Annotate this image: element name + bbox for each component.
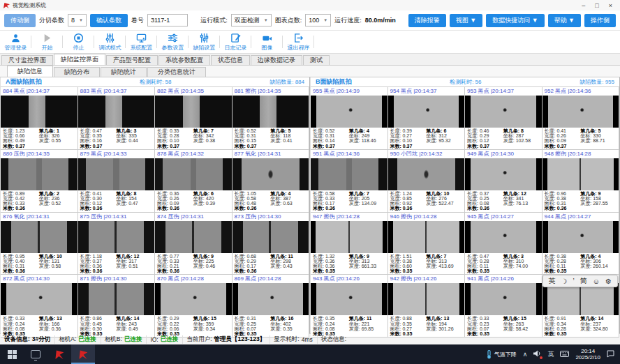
tab-product-model-config[interactable]: 产品型号配置 [106, 55, 158, 65]
defect-cell[interactable]: 879 黑点 |20:14:33长度: 0.41宽度: 0.30面积: 0.12… [78, 150, 156, 213]
defect-cell[interactable]: 941 黑点 |20:14:26长度: 0.33宽度: 0.23面积: 0.07… [465, 275, 542, 338]
close-button[interactable]: × [609, 2, 612, 9]
defect-cell[interactable]: 880 压伤 |20:14:35长度: 0.89宽度: 0.42面积: 0.33… [1, 150, 78, 213]
tab-system-param-config[interactable]: 系统参数配置 [158, 55, 210, 65]
defect-cell[interactable]: 944 黑点 |20:14:27长度: 0.38宽度: 0.28面积: 0.11… [542, 213, 620, 275]
defect-cell[interactable]: 946 擦伤 |20:14:28长度: 1.51宽度: 0.38面积: 0.60… [388, 213, 466, 275]
view-menu-button[interactable]: 视图 ▼ [450, 14, 482, 27]
defect-cell[interactable]: 876 氧化 |20:14:31长度: 0.95宽度: 0.40面积: 0.31… [1, 213, 78, 275]
notification-center-icon[interactable] [607, 350, 614, 359]
defect-image [232, 283, 309, 315]
defect-image [311, 96, 388, 128]
tab-edge-data-record[interactable]: 边缘数据记录 [251, 55, 302, 65]
data-quick-access-menu-button[interactable]: 数据快捷访问 ▼ [486, 14, 544, 27]
system-config-button[interactable]: 系统配置 [126, 31, 157, 53]
defect-cell[interactable]: 871 擦伤 |20:14:30长度: 0.86宽度: 0.45面积: 0.30… [78, 275, 156, 338]
subtab-defect-distribution[interactable]: 缺陷分布 [54, 67, 100, 77]
ime-settings-icon[interactable]: ⚙ [605, 278, 612, 285]
defect-image [388, 158, 465, 190]
defect-cell[interactable]: 951 黑点 |20:14:36长度: 0.58宽度: 0.33面积: 0.17… [311, 150, 388, 213]
defect-cell-title: 878 黑点 |20:14:32 [155, 150, 232, 158]
stop-button[interactable]: 停止 [63, 31, 94, 53]
tab-test[interactable]: 测试 [303, 55, 330, 65]
defect-image [232, 221, 309, 253]
log-record-button[interactable]: 日志记录 [220, 31, 251, 53]
subtab-class-info-statistics[interactable]: 分类信息统计 [147, 67, 206, 77]
ime-simplified-chinese[interactable]: 简 [580, 276, 587, 286]
defect-cell[interactable]: 873 压伤 |20:14:30长度: 0.68宽度: 0.29面积: 0.17… [232, 213, 310, 275]
defect-info: 长度: 0.37宽度: 0.25面积: 0.08米数: 0.36第几条: 12坐… [465, 190, 542, 212]
taskbar-clock[interactable]: 20:142025/2/10 [575, 348, 600, 361]
ime-language-indicator[interactable]: 英 [547, 350, 554, 359]
ime-apostrophe[interactable]: ’ [573, 278, 575, 285]
defect-cell[interactable]: 943 黑点 |20:14:26长度: 0.35宽度: 0.24面积: 0.08… [311, 275, 388, 338]
defect-cell[interactable]: 872 黑点 |20:14:30长度: 0.33宽度: 0.24面积: 0.08… [1, 275, 78, 338]
defect-cell[interactable]: 950 小凹坑 |20:14:32长度: 1.24宽度: 0.85面积: 0.9… [388, 150, 466, 213]
defect-image [542, 283, 619, 315]
defect-image [155, 96, 232, 128]
defect-cell[interactable]: 878 黑点 |20:14:32长度: 0.36宽度: 0.26面积: 0.09… [155, 150, 232, 213]
tab-size-monitor[interactable]: 尺寸监控界面 [1, 55, 53, 65]
minimize-button[interactable]: – [582, 2, 585, 9]
defect-cell[interactable]: 955 黑点 |20:14:39长度: 0.52宽度: 0.31面积: 0.14… [311, 87, 388, 150]
defect-cell[interactable]: 882 黑点 |20:14:35长度: 0.35宽度: 0.28面积: 0.10… [155, 87, 232, 150]
operator-side-button[interactable]: 操作侧 [584, 14, 616, 27]
chart-points-select[interactable]: 100 ▼ [305, 14, 331, 26]
tray-expand-chevron-icon[interactable]: ∧ [523, 351, 528, 358]
help-menu-button[interactable]: 帮助 ▼ [548, 14, 581, 27]
clear-alarm-button[interactable]: 清除报警 [408, 14, 446, 27]
defect-cell[interactable]: 874 压伤 |20:14:31长度: 0.77宽度: 0.33面积: 0.21… [155, 213, 232, 275]
defect-cell[interactable]: 942 擦伤 |20:14:26长度: 0.88宽度: 0.35面积: 0.27… [388, 275, 466, 338]
defect-cell-title: 870 黑点 |20:14:28 [155, 275, 232, 283]
taskbar-app-explorer[interactable] [24, 344, 47, 364]
defect-cell[interactable]: 952 黑点 |20:14:36长度: 0.41宽度: 0.26面积: 0.09… [542, 87, 620, 150]
tab-defect-monitor[interactable]: 缺陷监控界面 [54, 54, 105, 65]
defect-cell[interactable]: 870 黑点 |20:14:28长度: 0.29宽度: 0.22面积: 0.06… [155, 275, 232, 338]
drive-side-button[interactable]: 传动侧 [4, 14, 36, 27]
start-button[interactable] [0, 344, 24, 364]
subtab-defect-info[interactable]: 缺陷信息 [7, 66, 53, 77]
ime-moon-icon[interactable]: ☽ [561, 278, 568, 285]
defect-cell[interactable]: 954 黑点 |20:14:37长度: 0.39宽度: 0.27面积: 0.10… [388, 87, 466, 150]
defect-cell[interactable]: 948 擦伤 |20:14:28长度: 0.96宽度: 0.38面积: 0.31… [542, 150, 620, 213]
tab-status-info[interactable]: 状态信息 [211, 55, 250, 65]
defect-cell[interactable]: 945 黑点 |20:14:27长度: 0.47宽度: 0.28面积: 0.11… [465, 213, 542, 275]
defect-info: 长度: 0.88宽度: 0.35面积: 0.27米数: 0.35第几条: 13坐… [388, 315, 465, 337]
defect-cell[interactable]: 884 黑点 |20:14:37长度: 1.23宽度: 0.66面积: 0.49… [1, 87, 78, 150]
ime-toolbar: 英☽’简☺⚙ [542, 275, 618, 287]
ime-lang-en[interactable]: 英 [549, 276, 556, 286]
confirm-count-button[interactable]: 确认条数 [90, 14, 128, 27]
parameter-settings-button[interactable]: 参数设置 [157, 31, 189, 53]
maximize-button[interactable]: □ [595, 2, 598, 9]
thermometer-icon [486, 350, 492, 359]
defect-cell[interactable]: 881 擦伤 |20:14:35长度: 0.52宽度: 0.31面积: 0.15… [232, 87, 310, 150]
exit-program-button[interactable]: 退出程序 [283, 31, 314, 53]
weather-widget[interactable]: 气温下降 [486, 350, 517, 359]
chevron-down-icon: ▼ [323, 18, 327, 22]
defect-settings-button[interactable]: 缺陷设置 [189, 31, 220, 53]
taskbar-app-inspection-active[interactable] [71, 344, 95, 364]
defect-cell[interactable]: 953 黑点 |20:14:37长度: 0.46宽度: 0.29面积: 0.12… [465, 87, 542, 150]
taskbar-app-red-1[interactable] [47, 344, 71, 364]
ime-emoji-icon[interactable]: ☺ [593, 278, 600, 285]
roll-number-input[interactable]: 3117-1 [147, 14, 188, 26]
panel-b-detect-time: 检测耗时: 56 [352, 78, 580, 86]
current-user: 当前用户:管理员【123-123】 [186, 335, 270, 344]
image-button[interactable]: 图像 [251, 31, 283, 53]
admin-login-button[interactable]: 管理登录 [0, 31, 31, 53]
defect-cell[interactable]: 869 黑点 |20:14:28长度: 0.31宽度: 0.25面积: 0.07… [232, 275, 310, 338]
run-mode-select[interactable]: 双面检测 ▼ [231, 14, 272, 26]
defect-cell[interactable]: 875 压伤 |20:14:31长度: 1.18宽度: 0.37面积: 0.36… [78, 213, 156, 275]
red-app-icon [78, 349, 88, 359]
defect-cell[interactable]: 883 黑点 |20:14:37长度: 0.47宽度: 0.35面积: 0.16… [78, 87, 156, 150]
subtab-defect-statistics[interactable]: 缺陷统计 [101, 67, 147, 77]
split-count-select[interactable]: 8 ▼ [68, 14, 87, 26]
debug-mode-button[interactable]: 调试模式 [94, 31, 126, 53]
volume-icon[interactable] [533, 350, 541, 358]
defect-cell[interactable]: 877 氧化 |20:14:31长度: 1.05宽度: 0.58面积: 0.48… [232, 150, 310, 213]
touch-keyboard-icon[interactable] [560, 351, 569, 358]
defect-cell[interactable]: 947 擦伤 |20:14:28长度: 1.32宽度: 0.36面积: 0.36… [311, 213, 388, 275]
device-info: 设备信息:3#分切 [4, 335, 55, 344]
defect-cell[interactable]: 949 黑点 |20:14:30长度: 0.37宽度: 0.25面积: 0.08… [465, 150, 542, 213]
start-button[interactable]: 开始 [31, 31, 63, 53]
